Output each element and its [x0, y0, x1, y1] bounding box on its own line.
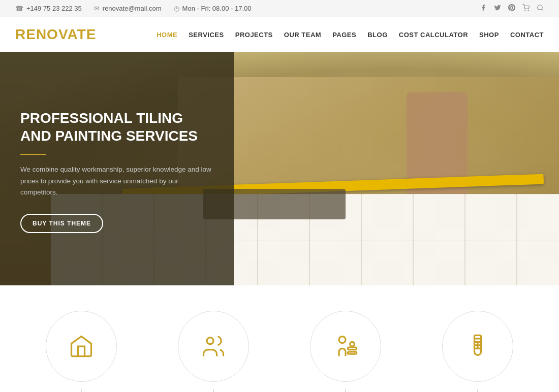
nav-pages[interactable]: PAGES: [332, 31, 356, 39]
nav-our-team[interactable]: OUR TEAM: [284, 31, 321, 39]
phone-number: +149 75 23 222 35: [26, 5, 82, 12]
cart-icon[interactable]: [522, 4, 530, 13]
header: RENOVATE HOME SERVICES PROJECTS OUR TEAM…: [0, 17, 559, 52]
feature-circle-4: [442, 311, 513, 382]
search-icon[interactable]: [537, 4, 544, 13]
svg-point-7: [350, 342, 355, 346]
nav-contact[interactable]: CONTACT: [510, 31, 544, 39]
email-icon: ✉: [94, 5, 100, 12]
feature-circle-3: [310, 311, 381, 382]
svg-point-4: [339, 337, 346, 343]
feature-painting: [427, 311, 529, 392]
email-address: renovate@mail.com: [103, 5, 162, 12]
hero-title: PROFESSIONAL TILING AND PAINTING SERVICE…: [20, 109, 213, 145]
clock-icon: ◷: [174, 5, 179, 12]
svg-point-0: [525, 10, 525, 11]
feature-drop-4: [477, 389, 478, 392]
worker-icon: [332, 333, 359, 360]
svg-point-2: [538, 5, 542, 10]
twitter-icon[interactable]: [494, 4, 501, 13]
hero-subtitle: We combine quality workmanship, superior…: [20, 164, 213, 199]
feature-drop-1: [81, 389, 82, 392]
top-bar-left: ☎ +149 75 23 222 35 ✉ renovate@mail.com …: [15, 5, 251, 12]
house-icon: [68, 333, 95, 360]
main-nav: HOME SERVICES PROJECTS OUR TEAM PAGES BL…: [157, 31, 544, 39]
hero-divider: [20, 154, 46, 155]
nav-cost-calculator[interactable]: COST CALCULATOR: [399, 31, 468, 39]
business-hours: Mon - Fri: 08.00 - 17.00: [182, 5, 252, 12]
buy-theme-button[interactable]: BUY THIS THEME: [20, 214, 103, 233]
hero-section: PROFESSIONAL TILING AND PAINTING SERVICE…: [0, 52, 559, 285]
feature-circle-2: [178, 311, 249, 382]
svg-rect-6: [348, 352, 356, 354]
feature-drop-2: [213, 389, 214, 392]
nav-shop[interactable]: SHOP: [479, 31, 499, 39]
svg-rect-5: [348, 347, 356, 349]
feature-renovation: [30, 311, 132, 392]
top-bar-social: [480, 4, 544, 13]
hero-overlay: PROFESSIONAL TILING AND PAINTING SERVICE…: [0, 52, 234, 285]
features-section: [0, 285, 559, 392]
feature-services: [295, 311, 396, 392]
logo[interactable]: RENOVATE: [15, 26, 96, 43]
email-info: ✉ renovate@mail.com: [94, 5, 162, 12]
team-icon: [200, 333, 227, 360]
top-bar: ☎ +149 75 23 222 35 ✉ renovate@mail.com …: [0, 0, 559, 17]
hours-info: ◷ Mon - Fri: 08.00 - 17.00: [174, 5, 252, 12]
facebook-icon[interactable]: [480, 4, 487, 13]
nav-blog[interactable]: BLOG: [367, 31, 388, 39]
pinterest-icon[interactable]: [508, 4, 515, 13]
svg-point-1: [528, 10, 529, 11]
phone-icon: ☎: [15, 5, 23, 12]
brush-icon: [464, 333, 491, 360]
feature-team: [163, 311, 264, 392]
nav-services[interactable]: SERVICES: [189, 31, 224, 39]
nav-home[interactable]: HOME: [157, 31, 177, 39]
svg-point-3: [207, 338, 213, 344]
feature-drop-3: [345, 389, 346, 392]
phone-info: ☎ +149 75 23 222 35: [15, 5, 82, 12]
feature-circle-1: [46, 311, 117, 382]
nav-projects[interactable]: PROJECTS: [235, 31, 273, 39]
